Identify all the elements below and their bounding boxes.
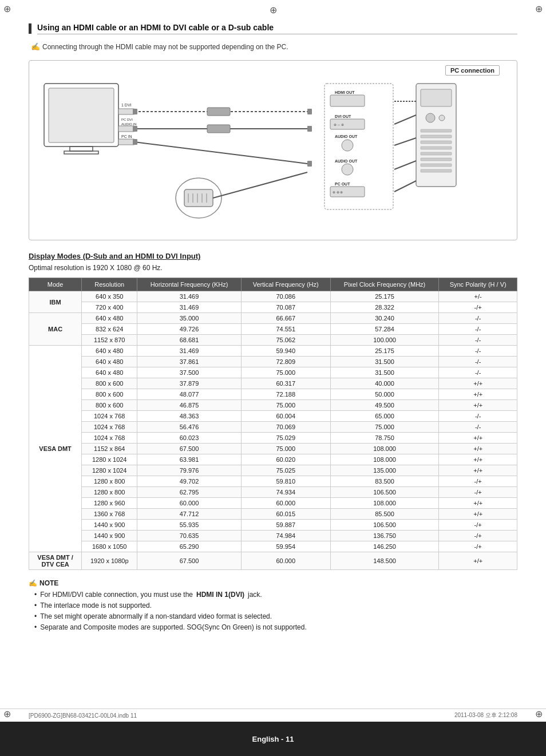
svg-text:PC DVI: PC DVI	[121, 118, 133, 121]
corner-mark-bl: ⊕	[3, 708, 11, 719]
data-cell: +/+	[439, 433, 517, 444]
svg-rect-17	[307, 126, 312, 132]
data-cell: 60.015	[241, 509, 330, 520]
note-line: ✍ Connecting through the HDMI cable may …	[31, 42, 517, 51]
data-cell: 25.175	[330, 291, 439, 302]
data-cell: 1360 x 768	[82, 509, 137, 520]
data-cell: 1024 x 768	[82, 433, 137, 444]
svg-text:AUDIO OUT: AUDIO OUT	[335, 159, 358, 163]
table-row: 1024 x 76856.47670.06975.000-/-	[29, 422, 517, 433]
table-row: 640 x 48037.86172.80931.500-/-	[29, 357, 517, 367]
svg-point-37	[426, 113, 435, 122]
data-cell: 640 x 480	[82, 313, 137, 324]
table-row: 1152 x 86467.50075.000108.000+/+	[29, 444, 517, 454]
col-mode: Mode	[29, 278, 82, 291]
note-symbol: ✍	[29, 579, 37, 587]
data-cell: 75.000	[241, 400, 330, 411]
svg-rect-44	[421, 158, 452, 161]
data-cell: 59.954	[241, 541, 330, 552]
data-cell: 72.188	[241, 389, 330, 400]
data-cell: 48.077	[137, 389, 241, 400]
data-cell: 63.981	[137, 454, 241, 465]
table-row: 832 x 62449.72674.55157.284-/-	[29, 324, 517, 335]
data-cell: 75.000	[241, 367, 330, 378]
data-cell: +/-	[439, 291, 517, 302]
data-cell: 100.000	[330, 335, 439, 346]
svg-text:HDMI OUT: HDMI OUT	[335, 90, 355, 94]
data-cell: 35.000	[137, 313, 241, 324]
data-cell: 1280 x 800	[82, 487, 137, 498]
data-cell: 640 x 480	[82, 357, 137, 367]
svg-rect-41	[421, 141, 452, 144]
svg-rect-21	[307, 161, 312, 167]
meta-bar: [PD6900-ZG]BN68-03421C-00L04.indb 11 201…	[0, 708, 546, 722]
svg-rect-45	[421, 164, 452, 167]
svg-rect-16	[133, 126, 137, 132]
data-cell: 800 x 600	[82, 400, 137, 411]
mode-cell: IBM	[29, 291, 82, 313]
data-cell: 85.500	[330, 509, 439, 520]
data-cell: -/-	[439, 357, 517, 367]
data-cell: +/+	[439, 465, 517, 476]
svg-rect-40	[421, 135, 452, 138]
data-cell: 65.000	[330, 411, 439, 422]
svg-rect-39	[421, 129, 452, 132]
svg-line-19	[134, 142, 307, 164]
table-row: 1680 x 105065.29059.954146.250-/+	[29, 541, 517, 552]
data-cell: 59.810	[241, 476, 330, 487]
data-cell: 28.322	[330, 302, 439, 313]
data-cell: +/+	[439, 378, 517, 389]
svg-rect-18	[207, 125, 230, 133]
data-cell: 68.681	[137, 335, 241, 346]
data-cell: 60.000	[241, 552, 330, 570]
data-cell: 1280 x 800	[82, 476, 137, 487]
col-pixel-clock: Pixel Clock Frequency (MHz)	[330, 278, 439, 291]
data-cell: 1280 x 960	[82, 498, 137, 509]
data-cell: 79.976	[137, 465, 241, 476]
table-row: 1024 x 76860.02375.02978.750+/+	[29, 433, 517, 444]
data-cell: 40.000	[330, 378, 439, 389]
diagram-box: PC connection 1 DVI PC DVI AUDIO IN PC I…	[29, 60, 517, 240]
data-cell: +/+	[439, 509, 517, 520]
table-row: 1024 x 76848.36360.00465.000-/-	[29, 411, 517, 422]
col-resolution: Resolution	[82, 278, 137, 291]
data-cell: 75.000	[241, 444, 330, 454]
data-cell: 832 x 624	[82, 324, 137, 335]
heading-title-wrap: Using an HDMI cable or an HDMI to DVI ca…	[37, 23, 517, 34]
data-cell: 46.875	[137, 400, 241, 411]
data-cell: 108.000	[330, 498, 439, 509]
data-cell: 640 x 350	[82, 291, 137, 302]
data-cell: 640 x 480	[82, 346, 137, 357]
data-cell: 57.284	[330, 324, 439, 335]
svg-point-29	[342, 140, 353, 151]
svg-rect-24	[330, 95, 365, 106]
data-cell: 67.500	[137, 444, 241, 454]
data-cell: 49.702	[137, 476, 241, 487]
data-cell: +/+	[439, 552, 517, 570]
data-cell: 1440 x 900	[82, 531, 137, 541]
svg-line-48	[394, 115, 416, 124]
data-cell: 70.635	[137, 531, 241, 541]
table-row: 1280 x 80049.70259.81083.500-/+	[29, 476, 517, 487]
data-cell: 1152 x 864	[82, 444, 137, 454]
svg-rect-43	[421, 152, 452, 155]
notes-section: ✍ NOTE For HDMI/DVI cable connection, yo…	[29, 579, 517, 631]
data-cell: 146.250	[330, 541, 439, 552]
data-cell: 59.940	[241, 346, 330, 357]
notes-title-text: NOTE	[39, 579, 58, 587]
data-cell: +/+	[439, 454, 517, 465]
data-cell: 1152 x 870	[82, 335, 137, 346]
table-row: VESA DMT / DTV CEA1920 x 1080p67.50060.0…	[29, 552, 517, 570]
section-title: Using an HDMI cable or an HDMI to DVI ca…	[37, 23, 517, 32]
data-cell: 31.500	[330, 367, 439, 378]
data-cell: -/-	[439, 335, 517, 346]
svg-text:DVI OUT: DVI OUT	[335, 114, 351, 118]
svg-text:⊕ ─ ⊕: ⊕ ─ ⊕	[334, 123, 344, 126]
col-sync-polarity: Sync Polarity (H / V)	[439, 278, 517, 291]
data-cell: -/-	[439, 367, 517, 378]
data-cell: 106.500	[330, 487, 439, 498]
data-cell: -/+	[439, 541, 517, 552]
data-cell: 65.290	[137, 541, 241, 552]
data-cell: 1280 x 1024	[82, 454, 137, 465]
data-cell: 47.712	[137, 509, 241, 520]
